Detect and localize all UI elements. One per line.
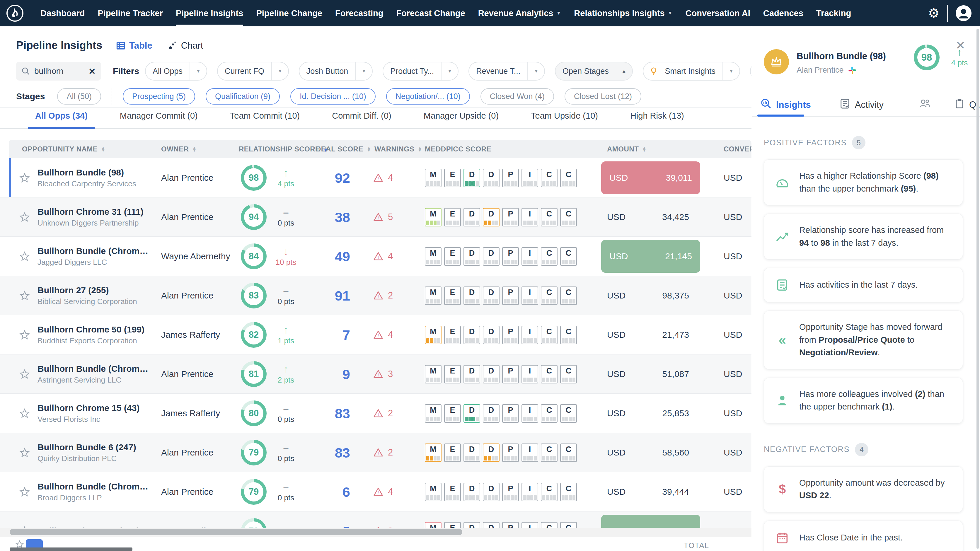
star-icon[interactable] xyxy=(19,251,30,262)
meddpicc-box-P[interactable]: P xyxy=(502,443,519,462)
table-row[interactable]: Bullhorn Bundle (Chrom…Jagged Diggers LL… xyxy=(0,237,751,276)
meddpicc-box-C[interactable]: C xyxy=(560,365,577,383)
meddpicc-box-D[interactable]: D xyxy=(483,483,500,501)
nav-item-pipeline-tracker[interactable]: Pipeline Tracker xyxy=(91,0,169,26)
meddpicc-box-C[interactable]: C xyxy=(541,404,558,423)
star-icon[interactable] xyxy=(19,330,30,340)
tab-team-commit-10-[interactable]: Team Commit (10) xyxy=(230,111,300,128)
nav-item-forecasting[interactable]: Forecasting xyxy=(329,0,390,26)
meddpicc-box-I[interactable]: I xyxy=(522,326,538,344)
column-header-warnings[interactable]: WARNINGS▲▼ xyxy=(374,140,422,158)
meddpicc-box-I[interactable]: I xyxy=(522,208,538,226)
nav-item-relationships-insights[interactable]: Relationships Insights▼ xyxy=(568,0,679,26)
opportunity-cell[interactable]: Bullhorn 27 (255)Biblical Servicing Corp… xyxy=(38,276,153,315)
meddpicc-box-I[interactable]: I xyxy=(522,286,538,305)
meddpicc-box-M[interactable]: M xyxy=(425,208,442,226)
table-row[interactable]: Bullhorn Bundle (Chrom…Broad Diggers LLP… xyxy=(0,472,751,511)
table-row[interactable]: Bullhorn Bundle (98)Bleached Carpentry S… xyxy=(0,158,751,197)
meddpicc-box-C[interactable]: C xyxy=(560,208,577,226)
meddpicc-box-P[interactable]: P xyxy=(502,247,519,266)
meddpicc-box-D[interactable]: D xyxy=(463,365,480,383)
meddpicc-box-D[interactable]: D xyxy=(463,286,480,305)
filter-pill-josh-button[interactable]: Josh Button▼ xyxy=(299,62,373,81)
meddpicc-box-P[interactable]: P xyxy=(502,365,519,383)
column-header-relationship-score[interactable]: RELATIONSHIP SCORE▲▼ xyxy=(239,140,328,158)
meddpicc-box-D[interactable]: D xyxy=(463,404,480,423)
column-header-owner[interactable]: OWNER▲▼ xyxy=(161,140,197,158)
panel-tab-people[interactable] xyxy=(918,98,931,112)
tab-high-risk-13-[interactable]: High Risk (13) xyxy=(630,111,684,128)
meddpicc-box-C[interactable]: C xyxy=(541,208,558,226)
filter-pill-smart-insights[interactable]: Smart Insights▼ xyxy=(643,62,740,81)
meddpicc-box-D[interactable]: D xyxy=(463,326,480,344)
tab-manager-commit-0-[interactable]: Manager Commit (0) xyxy=(120,111,198,128)
panel-scrollbar-thumb[interactable] xyxy=(977,29,979,549)
meddpicc-box-C[interactable]: C xyxy=(541,169,558,187)
nav-item-revenue-analytics[interactable]: Revenue Analytics▼ xyxy=(472,0,568,26)
chart-view-button[interactable]: Chart xyxy=(167,40,203,51)
meddpicc-box-M[interactable]: M xyxy=(425,404,442,423)
meddpicc-box-I[interactable]: I xyxy=(522,443,538,462)
column-header-meddpicc-score[interactable]: MEDDPICC SCORE xyxy=(425,140,491,158)
nav-item-dashboard[interactable]: Dashboard xyxy=(34,0,91,26)
meddpicc-box-D[interactable]: D xyxy=(463,208,480,226)
meddpicc-box-E[interactable]: E xyxy=(444,404,461,423)
meddpicc-box-C[interactable]: C xyxy=(541,326,558,344)
star-icon[interactable] xyxy=(19,290,30,301)
column-header-deal-score[interactable]: DEAL SCORE▲▼ xyxy=(316,140,371,158)
column-header-amount[interactable]: AMOUNT▲▼ xyxy=(607,140,647,158)
meddpicc-box-E[interactable]: E xyxy=(444,443,461,462)
meddpicc-box-D[interactable]: D xyxy=(483,169,500,187)
nav-item-conversation-ai[interactable]: Conversation AI xyxy=(679,0,757,26)
meddpicc-box-D[interactable]: D xyxy=(463,443,480,462)
gear-icon[interactable]: ⚙ xyxy=(928,7,940,20)
meddpicc-box-D[interactable]: D xyxy=(463,247,480,266)
meddpicc-box-C[interactable]: C xyxy=(560,169,577,187)
nav-item-pipeline-insights[interactable]: Pipeline Insights xyxy=(169,0,250,26)
nav-item-pipeline-change[interactable]: Pipeline Change xyxy=(250,0,329,26)
star-icon[interactable] xyxy=(19,447,30,458)
meddpicc-box-D[interactable]: D xyxy=(483,247,500,266)
filter-pill-open-stages[interactable]: Open Stages▲ xyxy=(555,62,633,81)
meddpicc-box-C[interactable]: C xyxy=(560,483,577,501)
user-avatar-icon[interactable] xyxy=(955,5,972,21)
panel-tab-activity[interactable]: Activity xyxy=(839,98,884,112)
filter-pill-current-fq[interactable]: Current FQ▼ xyxy=(217,62,289,81)
tab-team-upside-10-[interactable]: Team Upside (10) xyxy=(531,111,598,128)
meddpicc-box-I[interactable]: I xyxy=(522,365,538,383)
filter-pill-more-filters[interactable]: +More filters xyxy=(750,62,751,81)
meddpicc-box-C[interactable]: C xyxy=(541,247,558,266)
meddpicc-box-E[interactable]: E xyxy=(444,483,461,501)
table-row[interactable]: Bullhorn Chrome 15 (43)Versed Florists I… xyxy=(0,394,751,433)
meddpicc-box-E[interactable]: E xyxy=(444,247,461,266)
meddpicc-box-C[interactable]: C xyxy=(560,404,577,423)
meddpicc-box-E[interactable]: E xyxy=(444,326,461,344)
opportunity-cell[interactable]: Bullhorn Chrome 31 (111)Unknown Diggers … xyxy=(38,197,153,237)
meddpicc-box-M[interactable]: M xyxy=(425,286,442,305)
opportunity-cell[interactable]: Bullhorn Bundle (Chrom…Jagged Diggers LL… xyxy=(38,237,153,276)
meddpicc-box-M[interactable]: M xyxy=(425,365,442,383)
bottom-scrollbar-thumb[interactable] xyxy=(10,548,132,551)
panel-tab-insights[interactable]: Insights xyxy=(760,98,811,112)
star-icon[interactable] xyxy=(19,173,30,183)
stage-pill-negotiation-10-[interactable]: Negotiation/... (10) xyxy=(386,88,470,105)
star-icon[interactable] xyxy=(19,487,30,497)
table-row[interactable]: Bullhorn Chrome 50 (199)Buddhist Exports… xyxy=(0,315,751,354)
meddpicc-box-M[interactable]: M xyxy=(425,483,442,501)
horizontal-scrollbar-thumb[interactable] xyxy=(10,529,462,535)
stage-pill-id-decision-10-[interactable]: Id. Decision ... (10) xyxy=(290,88,375,105)
stage-pill-all-50-[interactable]: All (50) xyxy=(57,88,101,105)
nav-item-forecast-change[interactable]: Forecast Change xyxy=(390,0,471,26)
meddpicc-box-D[interactable]: D xyxy=(483,443,500,462)
meddpicc-box-C[interactable]: C xyxy=(541,365,558,383)
stage-pill-prospecting-5-[interactable]: Prospecting (5) xyxy=(123,88,195,105)
meddpicc-box-P[interactable]: P xyxy=(502,404,519,423)
panel-tab-qualify[interactable]: Qualify xyxy=(954,98,980,112)
clear-search-icon[interactable]: ✕ xyxy=(89,66,96,76)
meddpicc-box-E[interactable]: E xyxy=(444,365,461,383)
tab-all-opps-34-[interactable]: All Opps (34) xyxy=(35,111,88,128)
meddpicc-box-C[interactable]: C xyxy=(560,443,577,462)
meddpicc-box-P[interactable]: P xyxy=(502,326,519,344)
meddpicc-box-C[interactable]: C xyxy=(541,286,558,305)
meddpicc-box-E[interactable]: E xyxy=(444,286,461,305)
